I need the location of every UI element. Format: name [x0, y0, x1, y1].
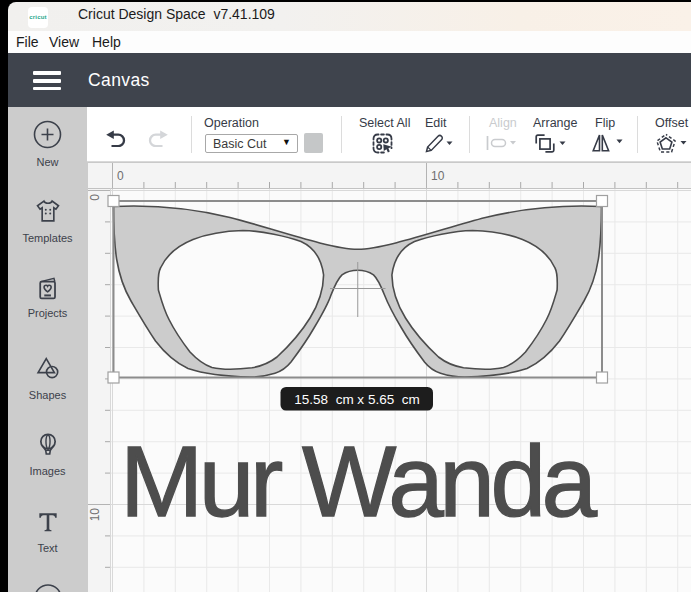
svg-text:0: 0 — [117, 169, 124, 183]
svg-text:10: 10 — [88, 508, 102, 522]
svg-text:Mur Wanda: Mur Wanda — [120, 425, 598, 537]
svg-text:0: 0 — [88, 194, 102, 201]
svg-text:10: 10 — [431, 169, 445, 183]
svg-text:15.58 cm x 5.65 cm: 15.58 cm x 5.65 cm — [294, 392, 419, 407]
